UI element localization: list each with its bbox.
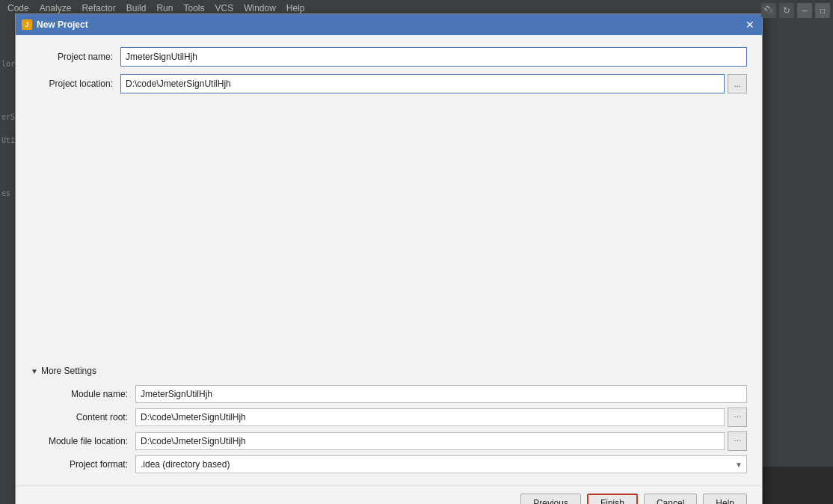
- dialog-close-button[interactable]: ✕: [744, 19, 756, 31]
- content-root-row: Content root: ⋯: [31, 408, 747, 427]
- toolbar-icon-plugin[interactable]: 🔌: [761, 3, 776, 18]
- dialog-title-text: New Project: [37, 19, 88, 30]
- content-root-input[interactable]: [135, 408, 725, 426]
- project-name-input-wrapper: [120, 47, 747, 67]
- project-location-row: Project location: ...: [31, 74, 747, 93]
- dialog-title-bar: J New Project ✕: [16, 14, 762, 35]
- project-name-label: Project name:: [31, 52, 120, 62]
- finish-button[interactable]: Finish: [587, 494, 638, 504]
- dialog-title-icon: J: [22, 19, 32, 30]
- project-location-label: Project location:: [31, 79, 120, 89]
- dialog-footer: Previous Finish Cancel Help: [16, 485, 762, 504]
- project-location-input[interactable]: [120, 74, 725, 93]
- module-file-browse-button[interactable]: ⋯: [728, 431, 747, 451]
- toolbar-icon-maximize[interactable]: □: [815, 3, 830, 18]
- toolbar-icon-refresh[interactable]: ↻: [779, 3, 794, 18]
- project-name-input[interactable]: [120, 47, 747, 67]
- content-root-browse-button[interactable]: ⋯: [728, 408, 747, 427]
- content-root-label: Content root:: [31, 412, 135, 422]
- more-settings-body: Module name: Content root: ⋯ Module file…: [16, 382, 762, 485]
- project-location-input-wrapper: ...: [120, 74, 747, 93]
- project-format-label: Project format:: [31, 459, 135, 470]
- module-name-input[interactable]: [135, 385, 747, 403]
- project-format-select[interactable]: .idea (directory based) Eclipse (.classp…: [135, 455, 747, 473]
- more-settings-header[interactable]: ▼ More Settings: [16, 360, 762, 382]
- module-file-label: Module file location:: [31, 436, 135, 446]
- module-name-label: Module name:: [31, 389, 135, 399]
- dialog-spacer: [16, 113, 762, 360]
- project-name-row: Project name:: [31, 47, 747, 67]
- toolbar-icon-minimize[interactable]: ─: [797, 3, 812, 18]
- cancel-button[interactable]: Cancel: [644, 494, 697, 504]
- previous-button[interactable]: Previous: [520, 494, 581, 504]
- help-button[interactable]: Help: [703, 494, 747, 504]
- new-project-dialog: J New Project ✕ Project name: Project lo…: [15, 13, 763, 504]
- module-name-row: Module name:: [31, 385, 747, 403]
- dialog-title: J New Project: [22, 19, 88, 30]
- content-root-input-wrapper: ⋯: [135, 408, 747, 427]
- dialog-body: Project name: Project location: ...: [16, 35, 762, 113]
- more-settings-label: More Settings: [41, 366, 96, 376]
- project-location-browse-button[interactable]: ...: [728, 74, 747, 93]
- module-name-input-wrapper: [135, 385, 747, 403]
- module-file-input-wrapper: ⋯: [135, 431, 747, 451]
- collapse-icon: ▼: [31, 367, 38, 375]
- project-format-row: Project format: .idea (directory based) …: [31, 455, 747, 473]
- module-file-input[interactable]: [135, 432, 725, 450]
- module-file-row: Module file location: ⋯: [31, 431, 747, 451]
- project-format-select-wrapper: .idea (directory based) Eclipse (.classp…: [135, 455, 747, 473]
